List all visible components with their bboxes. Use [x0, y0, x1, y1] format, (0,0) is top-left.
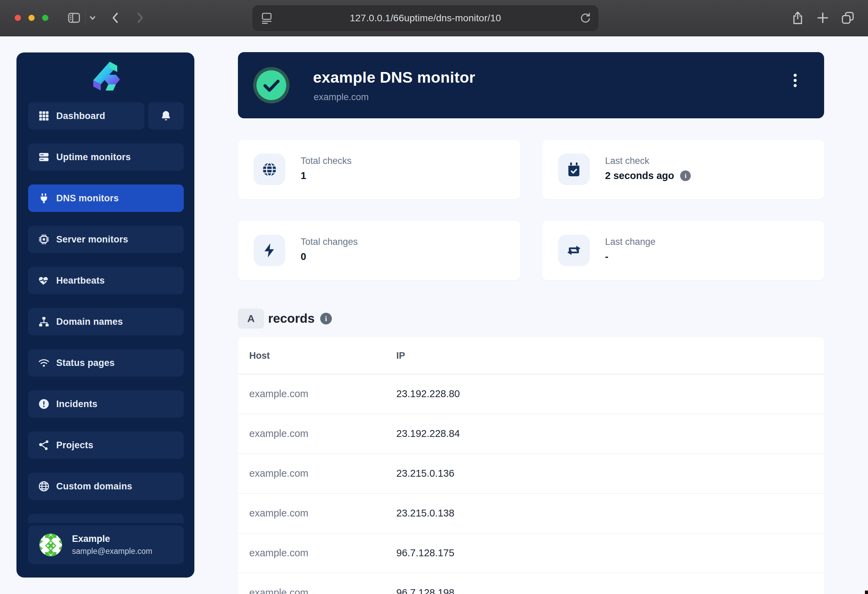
sidebar-item-custom-domains[interactable]: Custom domains	[28, 473, 184, 500]
ip-cell: 96.7.128.175	[396, 547, 454, 559]
share-icon[interactable]	[790, 10, 805, 25]
sidebar-item-partial[interactable]	[28, 514, 184, 523]
sidebar-item-label: Server monitors	[56, 234, 128, 245]
heart-pulse-icon	[38, 274, 50, 287]
calendar-check-icon	[565, 161, 582, 178]
host-cell: example.com	[249, 547, 308, 559]
share-nodes-icon	[38, 439, 50, 451]
sitemap-icon	[38, 316, 50, 328]
stat-card-last-check: Last check 2 seconds ago i	[542, 140, 824, 199]
record-type-badge: A	[238, 309, 264, 328]
stat-label: Last change	[605, 236, 655, 247]
stat-icon-box	[558, 235, 590, 266]
cpu-icon	[38, 233, 50, 245]
bolt-icon	[261, 242, 278, 259]
table-row: example.com 96.7.128.198	[238, 573, 824, 594]
table-row: example.com 96.7.128.175	[238, 533, 824, 573]
sidebar-item-domain-names[interactable]: Domain names	[28, 308, 184, 335]
sidebar-item-label: Domain names	[56, 316, 123, 327]
host-cell: example.com	[249, 468, 308, 479]
monitor-menu-button[interactable]	[790, 71, 800, 90]
stat-value: 2 seconds ago	[605, 170, 674, 182]
ip-cell: 23.192.228.80	[396, 388, 460, 399]
browser-toolbar: 127.0.0.1/66uptime/dns-monitor/10	[0, 0, 868, 36]
user-name: Example	[72, 533, 152, 544]
monitor-hostname: example.com	[314, 92, 369, 102]
stat-label: Total checks	[301, 156, 352, 166]
grid-icon	[38, 110, 50, 122]
sidebar-item-label: Incidents	[56, 399, 97, 409]
stat-label: Total changes	[301, 236, 358, 247]
sidebar-item-label: DNS monitors	[56, 193, 119, 204]
stat-value: -	[605, 251, 608, 262]
sidebar-item-server-monitors[interactable]: Server monitors	[28, 226, 184, 253]
sidebar-item-incidents[interactable]: Incidents	[28, 390, 184, 418]
stat-icon-box	[254, 235, 285, 266]
records-table: Host IP example.com 23.192.228.80 exampl…	[238, 337, 824, 594]
user-profile-card[interactable]: Example sample@example.com	[28, 525, 184, 564]
app-logo-icon	[89, 62, 123, 91]
sidebar-item-label: Heartbeats	[56, 275, 105, 286]
close-window-button[interactable]	[15, 15, 21, 21]
host-cell: example.com	[249, 428, 308, 439]
stat-card-last-change: Last change -	[542, 221, 824, 280]
server-stack-icon	[38, 151, 50, 163]
host-cell: example.com	[249, 508, 308, 519]
host-cell: example.com	[249, 587, 308, 594]
stat-icon-box	[558, 154, 590, 185]
sidebar-item-uptime-monitors[interactable]: Uptime monitors	[28, 143, 184, 171]
url-text: 127.0.0.1/66uptime/dns-monitor/10	[350, 13, 501, 24]
alert-circle-icon	[38, 398, 50, 410]
sidebar-item-label: Custom domains	[56, 481, 132, 492]
column-header-ip: IP	[396, 350, 405, 361]
table-header-row: Host IP	[238, 337, 824, 374]
forward-button[interactable]	[132, 10, 148, 25]
ip-cell: 23.215.0.136	[396, 468, 454, 479]
avatar	[40, 533, 62, 556]
stat-card-total-checks: Total checks 1	[238, 140, 520, 199]
transfer-arrows-icon	[565, 242, 582, 259]
globe-icon	[261, 161, 278, 178]
info-icon[interactable]: i	[680, 170, 691, 181]
sidebar-item-label: Uptime monitors	[56, 152, 131, 163]
status-up-icon	[253, 67, 290, 103]
table-row: example.com 23.215.0.136	[238, 454, 824, 494]
table-row: example.com 23.192.228.84	[238, 414, 824, 454]
minimize-window-button[interactable]	[28, 15, 35, 21]
reload-icon[interactable]	[579, 11, 592, 25]
sidebar-item-heartbeats[interactable]: Heartbeats	[28, 267, 184, 294]
tab-overview-icon[interactable]	[840, 10, 855, 25]
sidebar-item-label: Projects	[56, 440, 93, 451]
stat-icon-box	[254, 154, 285, 185]
column-header-host: Host	[249, 350, 270, 361]
table-row: example.com 23.215.0.138	[238, 494, 824, 533]
stat-value: 0	[301, 251, 306, 262]
window-corner-artifact	[865, 591, 868, 594]
ip-cell: 96.7.128.198	[396, 587, 454, 594]
sidebar-item-label: Dashboard	[56, 111, 105, 121]
sidebar: Dashboard Uptime monitors DNS monito	[16, 52, 194, 578]
address-bar[interactable]: 127.0.0.1/66uptime/dns-monitor/10	[252, 6, 598, 31]
zoom-window-button[interactable]	[42, 15, 48, 21]
notifications-button[interactable]	[148, 102, 184, 130]
sidebar-item-status-pages[interactable]: Status pages	[28, 349, 184, 377]
globe-icon	[38, 480, 50, 492]
records-info-icon[interactable]: i	[320, 313, 332, 324]
page-format-icon[interactable]	[260, 11, 273, 25]
ip-cell: 23.192.228.84	[396, 428, 460, 439]
stat-card-total-changes: Total changes 0	[238, 221, 520, 280]
sidebar-item-dashboard[interactable]: Dashboard	[28, 102, 144, 130]
bell-icon	[160, 110, 172, 122]
sidebar-toggle-icon[interactable]	[66, 10, 81, 25]
wifi-icon	[38, 357, 50, 369]
stat-label: Last check	[605, 156, 649, 166]
back-button[interactable]	[108, 10, 123, 25]
sidebar-item-label: Status pages	[56, 358, 115, 368]
chevron-down-icon[interactable]	[86, 10, 99, 25]
user-email: sample@example.com	[72, 547, 152, 556]
sidebar-item-projects[interactable]: Projects	[28, 431, 184, 459]
monitor-title: example DNS monitor	[313, 69, 475, 86]
new-tab-icon[interactable]	[815, 10, 830, 25]
sidebar-item-dns-monitors[interactable]: DNS monitors	[28, 185, 184, 212]
stat-value: 1	[301, 170, 306, 182]
